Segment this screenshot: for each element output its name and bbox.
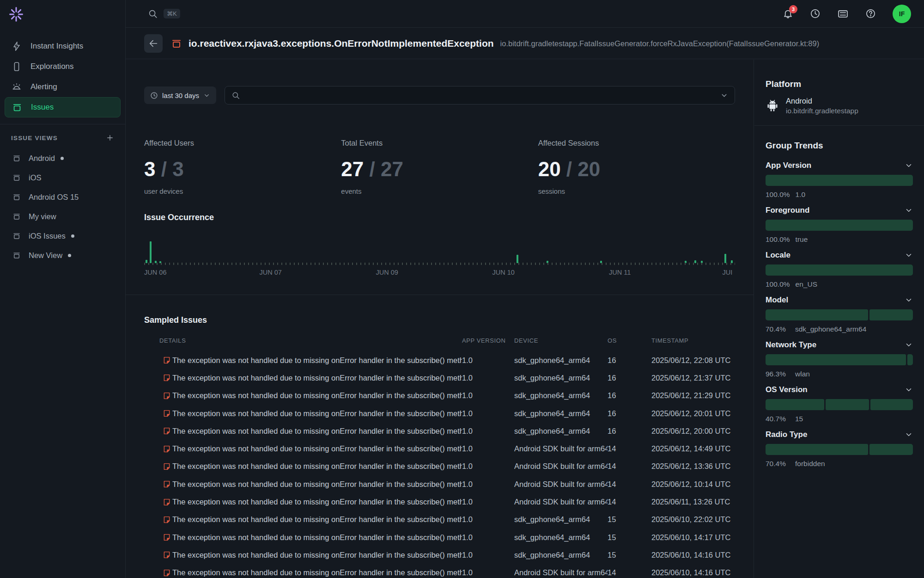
timestamp-cell: 2025/06/12, 20:00 UTC bbox=[651, 427, 735, 436]
chevron-down-icon bbox=[905, 161, 913, 170]
trend-value: forbidden bbox=[795, 460, 825, 467]
global-search[interactable]: ⌘K bbox=[148, 9, 180, 19]
stat-total: 20 bbox=[578, 158, 600, 180]
issue-details-cell: The exception was not handled due to mis… bbox=[172, 444, 462, 453]
notifications-button[interactable]: 3 bbox=[783, 8, 793, 19]
table-row[interactable]: The exception was not handled due to mis… bbox=[144, 546, 735, 564]
chevron-down-icon bbox=[905, 386, 913, 394]
trend-group: OS Version 40.7%15 bbox=[766, 385, 913, 423]
chevron-down-icon[interactable] bbox=[720, 92, 728, 99]
note-icon bbox=[161, 356, 172, 364]
app-version-cell: 1.0 bbox=[462, 498, 514, 506]
nav-item-instant-insights[interactable]: Instant Insights bbox=[0, 36, 125, 56]
table-row[interactable]: The exception was not handled due to mis… bbox=[144, 422, 735, 440]
issue-details-cell: The exception was not handled due to mis… bbox=[172, 409, 462, 418]
add-view-button[interactable] bbox=[106, 134, 114, 142]
user-avatar[interactable]: IF bbox=[893, 5, 911, 23]
trend-bar-segment bbox=[766, 399, 824, 410]
app-logo-icon[interactable] bbox=[8, 6, 24, 22]
note-icon bbox=[161, 374, 172, 382]
table-row[interactable]: The exception was not handled due to mis… bbox=[144, 458, 735, 475]
issue-details-cell: The exception was not handled due to mis… bbox=[172, 498, 462, 506]
trend-value: sdk_gphone64_arm64 bbox=[795, 325, 866, 333]
search-input[interactable] bbox=[245, 92, 716, 99]
trend-bar-segment bbox=[826, 399, 869, 410]
device-cell: Android SDK built for arm64 bbox=[514, 480, 608, 489]
stat-value: 27 bbox=[341, 158, 364, 180]
android-icon bbox=[766, 99, 779, 113]
axis-tick-label: JUN 10 bbox=[492, 269, 514, 276]
table-row[interactable]: The exception was not handled due to mis… bbox=[144, 351, 735, 369]
trend-group-header[interactable]: OS Version bbox=[766, 385, 913, 394]
issue-title: io.reactivex.rxjava3.exceptions.OnErrorN… bbox=[188, 38, 494, 49]
trend-percent: 96.3% bbox=[766, 370, 790, 378]
back-button[interactable] bbox=[144, 34, 163, 53]
axis-tick-label: JUI bbox=[722, 269, 732, 276]
occurrence-title: Issue Occurrence bbox=[144, 213, 735, 222]
chart-baseline bbox=[144, 263, 735, 265]
occurrence-chart bbox=[144, 222, 735, 265]
search-shortcut-badge: ⌘K bbox=[164, 9, 180, 18]
sidebar-view-item[interactable]: New View bbox=[0, 246, 125, 265]
trend-bar-segment bbox=[869, 309, 913, 320]
trend-group-header[interactable]: Network Type bbox=[766, 340, 913, 350]
view-label: New View bbox=[29, 251, 62, 260]
trend-group-header[interactable]: Locale bbox=[766, 251, 913, 260]
issue-details-cell: The exception was not handled due to mis… bbox=[172, 356, 462, 365]
sidebar-view-item[interactable]: Android OS 15 bbox=[0, 187, 125, 207]
note-icon bbox=[161, 445, 172, 453]
help-button[interactable] bbox=[865, 8, 876, 19]
table-row[interactable]: The exception was not handled due to mis… bbox=[144, 493, 735, 510]
os-cell: 16 bbox=[608, 391, 651, 400]
sidebar-view-item[interactable]: Android bbox=[0, 148, 125, 168]
sidebar-view-item[interactable]: iOS Issues bbox=[0, 226, 125, 246]
nav-item-issues[interactable]: Issues bbox=[5, 97, 121, 117]
trend-caption: 70.4%forbidden bbox=[766, 460, 913, 468]
nav-item-alerting[interactable]: Alerting bbox=[0, 77, 125, 97]
os-cell: 14 bbox=[608, 462, 651, 471]
stat-label: Total Events bbox=[341, 139, 538, 148]
trend-group-header[interactable]: App Version bbox=[766, 161, 913, 170]
keyboard-icon[interactable] bbox=[837, 8, 849, 19]
time-range-dropdown[interactable]: last 30 days bbox=[144, 86, 216, 104]
sidebar-view-item[interactable]: iOS bbox=[0, 168, 125, 187]
history-clock-button[interactable] bbox=[810, 8, 821, 19]
issue-subtitle: io.bitdrift.gradletestapp.FatalIssueGene… bbox=[500, 39, 820, 48]
stat-value: 3 bbox=[144, 158, 155, 180]
os-cell: 15 bbox=[608, 551, 651, 560]
issue-details-cell: The exception was not handled due to mis… bbox=[172, 374, 462, 382]
device-cell: sdk_gphone64_arm64 bbox=[514, 551, 608, 560]
device-cell: Android SDK built for arm64 bbox=[514, 568, 608, 577]
sidebar-view-item[interactable]: My view bbox=[0, 207, 125, 226]
device-cell: sdk_gphone64_arm64 bbox=[514, 427, 608, 436]
table-row[interactable]: The exception was not handled due to mis… bbox=[144, 475, 735, 493]
table-row[interactable]: The exception was not handled due to mis… bbox=[144, 564, 735, 578]
os-cell: 15 bbox=[608, 533, 651, 542]
trend-value: en_US bbox=[796, 280, 817, 288]
issue-search-field[interactable] bbox=[225, 86, 735, 105]
table-row[interactable]: The exception was not handled due to mis… bbox=[144, 369, 735, 387]
trend-percent: 40.7% bbox=[766, 415, 790, 423]
trend-caption: 40.7%15 bbox=[766, 415, 913, 423]
view-label: iOS Issues bbox=[29, 232, 66, 240]
trend-group: Locale 100.0%en_US bbox=[766, 251, 913, 289]
table-row[interactable]: The exception was not handled due to mis… bbox=[144, 387, 735, 405]
table-row[interactable]: The exception was not handled due to mis… bbox=[144, 529, 735, 546]
nav-item-explorations[interactable]: Explorations bbox=[0, 56, 125, 77]
trend-group-header[interactable]: Radio Type bbox=[766, 430, 913, 439]
table-header: DETAILS APP VERSION DEVICE OS TIMESTAMP bbox=[144, 337, 735, 344]
timestamp-cell: 2025/06/12, 10:14 UTC bbox=[651, 480, 735, 489]
stat-affected-users: Affected Users 3 / 3 user devices bbox=[144, 139, 341, 195]
section-divider bbox=[126, 295, 754, 295]
table-row[interactable]: The exception was not handled due to mis… bbox=[144, 405, 735, 422]
trend-caption: 100.0%en_US bbox=[766, 280, 913, 289]
col-device: DEVICE bbox=[514, 337, 608, 344]
clock-icon bbox=[150, 92, 158, 99]
timestamp-cell: 2025/06/10, 22:02 UTC bbox=[651, 515, 735, 524]
issue-occurrence-section: Issue Occurrence JUN 06JUN 07JUN 09JUN 1… bbox=[144, 213, 735, 277]
trend-group-header[interactable]: Model bbox=[766, 295, 913, 305]
table-row[interactable]: The exception was not handled due to mis… bbox=[144, 440, 735, 457]
trend-group-header[interactable]: Foreground bbox=[766, 206, 913, 215]
axis-tick-label: JUN 11 bbox=[609, 269, 631, 276]
table-row[interactable]: The exception was not handled due to mis… bbox=[144, 511, 735, 529]
